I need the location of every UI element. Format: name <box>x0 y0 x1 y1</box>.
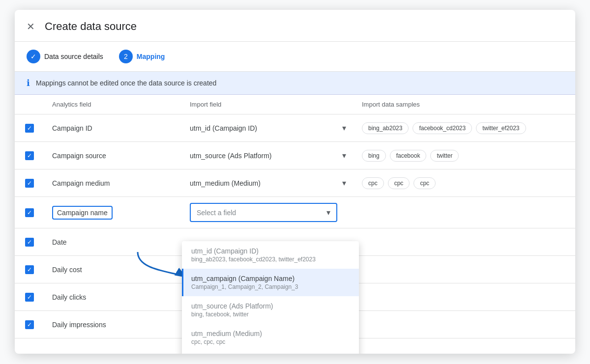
select-field-dropdown[interactable]: Select a field ▾ <box>190 203 337 222</box>
field-label: Daily clicks <box>52 293 86 301</box>
analytics-field-cell: Campaign ID <box>44 118 182 138</box>
info-banner: ℹ Mappings cannot be edited once the dat… <box>15 72 575 95</box>
sample-chip: cpc <box>362 177 384 189</box>
dropdown-item-utm-id[interactable]: utm_id (Campaign ID) bing_ab2023, facebo… <box>182 241 359 269</box>
table-row: Campaign source utm_source (Ads Platform… <box>15 142 575 169</box>
analytics-field-cell: Daily clicks <box>44 287 182 307</box>
step-2: 2 Mapping <box>119 50 165 63</box>
checkbox-icon <box>25 320 34 329</box>
checkbox-icon <box>25 208 34 217</box>
header-analytics-field: Analytics field <box>44 101 182 108</box>
dropdown-scroll-container: utm_id (Campaign ID) bing_ab2023, facebo… <box>182 241 359 354</box>
field-dropdown-menu[interactable]: utm_id (Campaign ID) bing_ab2023, facebo… <box>182 241 359 354</box>
sample-chip: facebook_cd2023 <box>413 122 472 134</box>
dropdown-arrow-icon: ▾ <box>342 178 346 188</box>
field-label: Daily cost <box>52 266 82 274</box>
step-1-circle <box>27 50 40 63</box>
import-field-select[interactable]: utm_id (Campaign ID) ▾ <box>190 123 346 133</box>
close-button[interactable]: ✕ <box>25 20 37 33</box>
header-import-samples: Import data samples <box>354 101 575 108</box>
import-field-select[interactable]: utm_source (Ads Platform) ▾ <box>190 151 346 160</box>
step-2-label: Mapping <box>137 53 165 60</box>
table-row-campaign-name: Campaign name Select a field ▾ <box>15 197 575 228</box>
sample-chip: twitter_ef2023 <box>476 122 526 134</box>
table-header: Analytics field Import field Import data… <box>15 95 575 114</box>
modal-header: ✕ Create data source <box>15 10 575 42</box>
info-icon: ℹ <box>27 78 30 88</box>
row-checkbox[interactable] <box>15 151 44 160</box>
step-1-label: Data source details <box>44 53 103 60</box>
dropdown-item-utm-campaign[interactable]: utm_campaign (Campaign Name) Campaign_1,… <box>182 269 359 296</box>
dropdown-arrow-icon: ▾ <box>342 151 346 160</box>
table-row: Campaign ID utm_id (Campaign ID) ▾ bing_… <box>15 114 575 142</box>
samples-cell: bing facebook twitter <box>354 144 575 168</box>
row-checkbox[interactable] <box>15 179 44 188</box>
samples-cell: bing_ab2023 facebook_cd2023 twitter_ef20… <box>354 116 575 140</box>
select-field-placeholder: Select a field <box>197 209 323 217</box>
header-checkbox <box>15 101 44 108</box>
sample-chip: twitter <box>430 150 459 162</box>
analytics-field-cell: Campaign medium <box>44 173 182 193</box>
samples-cell <box>354 264 575 276</box>
analytics-field-cell: Campaign source <box>44 146 182 166</box>
analytics-field-cell: Date <box>44 232 182 252</box>
checkbox-icon <box>25 124 34 133</box>
dropdown-item-date[interactable]: date 2023-07-28, 2023-07-28, 2023-07-28 <box>182 351 359 354</box>
header-import-field: Import field <box>182 101 354 108</box>
banner-text: Mappings cannot be edited once the data … <box>36 79 216 87</box>
samples-list: bing_ab2023 facebook_cd2023 twitter_ef20… <box>362 122 526 134</box>
dropdown-item-title: utm_id (Campaign ID) <box>191 247 351 255</box>
field-label: Campaign ID <box>52 124 92 132</box>
field-label-highlighted: Campaign name <box>52 206 113 220</box>
dropdown-item-sub: bing, facebook, twitter <box>191 311 351 318</box>
field-label: Campaign source <box>52 152 106 160</box>
import-field-cell[interactable]: utm_medium (Medium) ▾ <box>182 172 354 194</box>
import-field-select[interactable]: utm_medium (Medium) ▾ <box>190 178 346 188</box>
import-field-value: utm_id (Campaign ID) <box>190 124 338 132</box>
checkbox-icon <box>25 238 34 247</box>
dropdown-item-sub: cpc, cpc, cpc <box>191 338 351 345</box>
sample-chip: bing <box>362 150 386 162</box>
row-checkbox[interactable] <box>15 293 44 302</box>
row-checkbox[interactable] <box>15 124 44 133</box>
analytics-field-cell: Daily cost <box>44 260 182 280</box>
samples-cell <box>354 236 575 248</box>
checkbox-icon <box>25 179 34 188</box>
row-checkbox[interactable] <box>15 208 44 217</box>
checkbox-icon <box>25 265 34 274</box>
import-field-value: utm_medium (Medium) <box>190 179 338 187</box>
import-field-cell[interactable]: utm_id (Campaign ID) ▾ <box>182 117 354 139</box>
import-field-value: utm_source (Ads Platform) <box>190 152 338 160</box>
dropdown-item-title: utm_source (Ads Platform) <box>191 302 351 310</box>
dropdown-item-utm-medium[interactable]: utm_medium (Medium) cpc, cpc, cpc <box>182 324 359 351</box>
analytics-field-cell-highlighted: Campaign name <box>44 200 182 225</box>
table-container: Analytics field Import field Import data… <box>15 95 575 338</box>
checkbox-icon <box>25 293 34 302</box>
samples-cell <box>354 291 575 303</box>
checkbox-icon <box>25 151 34 160</box>
field-label: Campaign medium <box>52 179 110 187</box>
import-field-cell-select[interactable]: Select a field ▾ <box>182 197 354 228</box>
samples-cell <box>354 319 575 331</box>
sample-chip: cpc <box>413 177 436 189</box>
samples-list: cpc cpc cpc <box>362 177 436 189</box>
import-field-cell[interactable]: utm_source (Ads Platform) ▾ <box>182 145 354 166</box>
row-checkbox[interactable] <box>15 265 44 274</box>
samples-cell-empty <box>354 207 575 219</box>
sample-chip: bing_ab2023 <box>362 122 409 134</box>
dropdown-item-title: utm_campaign (Campaign Name) <box>191 275 351 282</box>
field-label: Date <box>52 238 67 246</box>
modal-title: Create data source <box>45 20 137 33</box>
row-checkbox[interactable] <box>15 238 44 247</box>
samples-cell: cpc cpc cpc <box>354 171 575 195</box>
stepper: Data source details 2 Mapping <box>15 42 575 72</box>
dropdown-item-title: utm_medium (Medium) <box>191 330 351 337</box>
dropdown-arrow-icon: ▾ <box>326 208 330 217</box>
analytics-field-cell: Daily impressions <box>44 315 182 335</box>
row-checkbox[interactable] <box>15 320 44 329</box>
dropdown-item-utm-source[interactable]: utm_source (Ads Platform) bing, facebook… <box>182 296 359 324</box>
dropdown-item-sub: Campaign_1, Campaign_2, Campaign_3 <box>191 283 351 290</box>
sample-chip: cpc <box>388 177 410 189</box>
samples-list: bing facebook twitter <box>362 150 459 162</box>
create-datasource-modal: ✕ Create data source Data source details… <box>15 10 575 354</box>
